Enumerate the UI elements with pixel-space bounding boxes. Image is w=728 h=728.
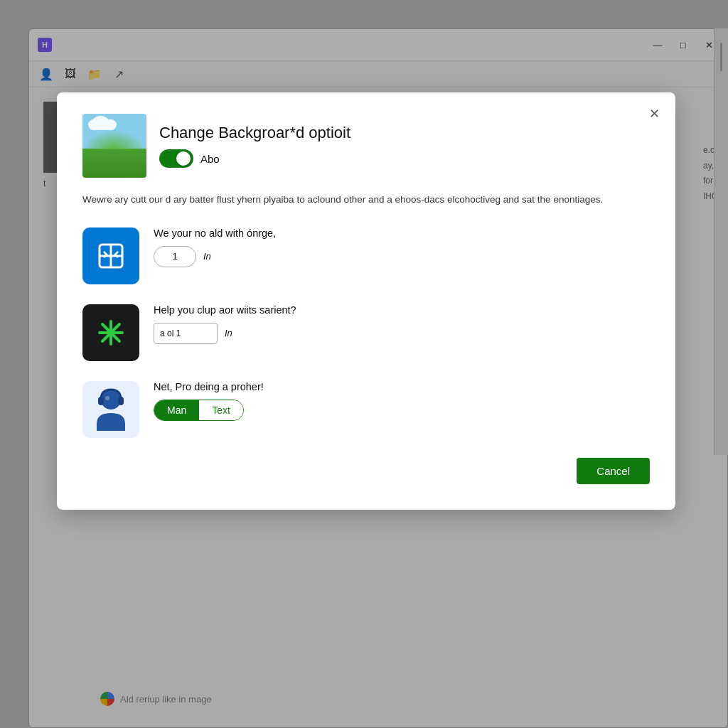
toggle-switch[interactable] — [159, 149, 193, 168]
dialog: ✕ Change Backgroar*d optioit Abo Wewre a… — [57, 92, 675, 510]
pill-tabs: Man Text — [154, 400, 244, 421]
dialog-footer: Cancel — [82, 458, 650, 484]
tab-text[interactable]: Text — [199, 400, 243, 420]
section1-input-label: In — [203, 251, 211, 262]
section1-input[interactable] — [154, 246, 196, 267]
section1-content: We your no ald with ónrge, In — [154, 228, 650, 267]
section1-icon — [82, 228, 139, 284]
cancel-button[interactable]: Cancel — [577, 458, 650, 484]
section2-icon — [82, 304, 139, 361]
toggle-label: Abo — [200, 153, 220, 165]
svg-point-7 — [107, 329, 114, 336]
section-2: Help you clup aor wiits sarient? In — [82, 304, 650, 361]
section1-input-row: In — [154, 246, 650, 267]
dialog-description: Wewre ary cutt our d ary batter flust yh… — [82, 192, 650, 208]
section1-title: We your no ald with ónrge, — [154, 228, 650, 239]
dialog-header-text: Change Backgroar*d optioit Abo — [159, 124, 350, 168]
dialog-title: Change Backgroar*d optioit — [159, 124, 350, 142]
toggle-row: Abo — [159, 149, 350, 168]
section3-icon — [82, 381, 139, 438]
tab-man[interactable]: Man — [154, 400, 199, 420]
section2-input-label: In — [225, 328, 232, 338]
dialog-header: Change Backgroar*d optioit Abo — [82, 114, 650, 178]
section2-input[interactable] — [154, 323, 218, 344]
toggle-thumb — [176, 151, 191, 166]
section2-content: Help you clup aor wiits sarient? In — [154, 304, 650, 344]
header-image — [82, 114, 146, 178]
section-3: Net, Pro deing a proher! Man Text — [82, 381, 650, 438]
section2-title: Help you clup aor wiits sarient? — [154, 304, 650, 316]
section3-content: Net, Pro deing a proher! Man Text — [154, 381, 650, 421]
svg-point-11 — [105, 396, 109, 400]
section3-title: Net, Pro deing a proher! — [154, 381, 650, 392]
svg-rect-9 — [98, 397, 104, 405]
dialog-close-button[interactable]: ✕ — [643, 102, 665, 125]
section2-input-row: In — [154, 323, 650, 344]
svg-rect-10 — [118, 397, 124, 405]
cloud-decoration — [88, 119, 117, 130]
section-1: We your no ald with ónrge, In — [82, 228, 650, 284]
